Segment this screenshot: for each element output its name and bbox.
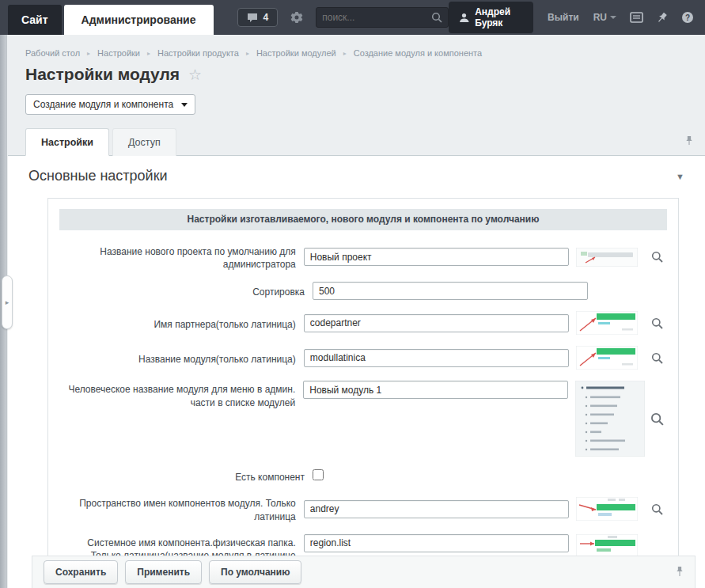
panel-toggle-button[interactable]: [630, 12, 643, 23]
breadcrumb-item[interactable]: Настройки: [97, 48, 140, 58]
section-title: Основные настройки: [28, 168, 168, 184]
field-label: Сортировка: [59, 283, 313, 298]
main-area: Рабочий стол ▸ Настройки ▸ Настройки про…: [8, 35, 705, 155]
form-header: Настройки изготавливаемого, нового модул…: [59, 209, 667, 230]
zoom-icon[interactable]: [647, 352, 667, 364]
settings-gear-button[interactable]: [290, 11, 303, 24]
search-box: [316, 7, 449, 28]
chevron-down-icon: [610, 16, 616, 19]
language-label: RU: [593, 12, 607, 23]
pin-icon[interactable]: [684, 135, 694, 146]
hint-thumbnail[interactable]: [575, 381, 645, 457]
favorite-star-icon[interactable]: ☆: [188, 67, 202, 82]
mode-select-value: Создание модуля и компонента: [33, 99, 173, 110]
breadcrumb-item[interactable]: Рабочий стол: [25, 48, 80, 58]
settings-panel: Основные настройки ▼ Настройки изготавли…: [8, 155, 705, 588]
tab-administration[interactable]: Администрирование: [64, 5, 214, 35]
has-component-checkbox[interactable]: [313, 469, 324, 480]
module-menu-name-input[interactable]: [303, 381, 568, 399]
pin-icon[interactable]: [675, 565, 684, 578]
section-collapse-icon[interactable]: ▼: [676, 172, 684, 181]
zoom-icon[interactable]: [647, 503, 667, 515]
field-label: Имя партнера(только латиница): [59, 316, 304, 331]
field-label: Название нового проекта по умолчанию для…: [59, 243, 304, 271]
zoom-icon[interactable]: [647, 412, 667, 426]
search-icon[interactable]: [431, 12, 442, 23]
page-title: Настройки модуля: [25, 65, 180, 84]
notifications-button[interactable]: 4: [237, 8, 279, 27]
notification-count: 4: [263, 12, 269, 23]
field-label: Пространство имен компонентов модуля. То…: [59, 495, 304, 522]
apply-button[interactable]: Применить: [125, 560, 202, 584]
form-row: Человеческое название модуля для меню в …: [59, 381, 667, 457]
field-label: Человеческое название модуля для меню в …: [59, 381, 303, 408]
zoom-icon[interactable]: [647, 317, 667, 329]
field-label: Есть компонент: [59, 469, 313, 484]
top-bar: Сайт Администрирование 4 Андрей Буряк Вы…: [0, 0, 705, 35]
sidebar-expand-handle[interactable]: ▸: [2, 275, 13, 329]
form-row: Сортировка: [59, 282, 667, 300]
form-row: Имя партнера(только латиница): [59, 311, 667, 335]
default-button[interactable]: По умолчанию: [209, 560, 301, 584]
form-row: Есть компонент: [59, 468, 667, 484]
hint-thumbnail[interactable]: [576, 311, 645, 335]
user-menu-button[interactable]: Андрей Буряк: [449, 2, 533, 33]
tab-settings[interactable]: Настройки: [25, 128, 109, 156]
breadcrumb-item[interactable]: Создание модуля и компонента: [354, 48, 482, 58]
partner-name-input[interactable]: [304, 314, 569, 332]
user-icon: [459, 13, 469, 23]
form-row: Пространство имен компонентов модуля. То…: [59, 495, 667, 522]
zoom-icon[interactable]: [647, 251, 667, 263]
hint-thumbnail[interactable]: [576, 497, 645, 521]
breadcrumb-item[interactable]: Настройки продукта: [157, 48, 239, 58]
logout-link[interactable]: Выйти: [548, 12, 579, 23]
module-name-input[interactable]: [304, 349, 569, 367]
chevron-right-icon: ▸: [6, 298, 9, 306]
search-input[interactable]: [322, 12, 431, 23]
tabs-bar: Настройки Доступ: [8, 128, 705, 155]
namespace-input[interactable]: [304, 500, 569, 518]
breadcrumb: Рабочий стол ▸ Настройки ▸ Настройки про…: [8, 35, 705, 58]
field-label: Название модуля(только латиница): [59, 351, 304, 366]
tab-site[interactable]: Сайт: [8, 5, 62, 35]
user-name: Андрей Буряк: [475, 6, 523, 28]
breadcrumb-item[interactable]: Настройки модулей: [256, 48, 336, 58]
chevron-down-icon: [181, 103, 188, 107]
project-name-input[interactable]: [304, 248, 569, 266]
hint-thumbnail[interactable]: [576, 346, 645, 370]
action-bar: Сохранить Применить По умолчанию: [32, 556, 696, 588]
form-row: Название нового проекта по умолчанию для…: [59, 243, 667, 271]
notification-icon: [247, 13, 258, 23]
save-button[interactable]: Сохранить: [44, 560, 118, 584]
help-icon[interactable]: ?: [681, 11, 694, 24]
breadcrumb-separator-icon: ▸: [343, 50, 347, 57]
breadcrumb-separator-icon: ▸: [246, 50, 249, 57]
breadcrumb-separator-icon: ▸: [147, 50, 150, 57]
tab-access[interactable]: Доступ: [112, 128, 176, 156]
form-row: Название модуля(только латиница): [59, 346, 667, 370]
settings-form: Настройки изготавливаемого, нового модул…: [47, 198, 679, 588]
sort-input[interactable]: [313, 282, 588, 300]
hint-thumbnail[interactable]: [576, 248, 645, 267]
svg-text:?: ?: [685, 13, 690, 22]
pin-icon[interactable]: [657, 12, 668, 24]
mode-select[interactable]: Создание модуля и компонента: [25, 94, 195, 115]
component-folder-input[interactable]: [304, 534, 569, 552]
breadcrumb-separator-icon: ▸: [87, 50, 90, 57]
language-switcher[interactable]: RU: [593, 12, 616, 23]
